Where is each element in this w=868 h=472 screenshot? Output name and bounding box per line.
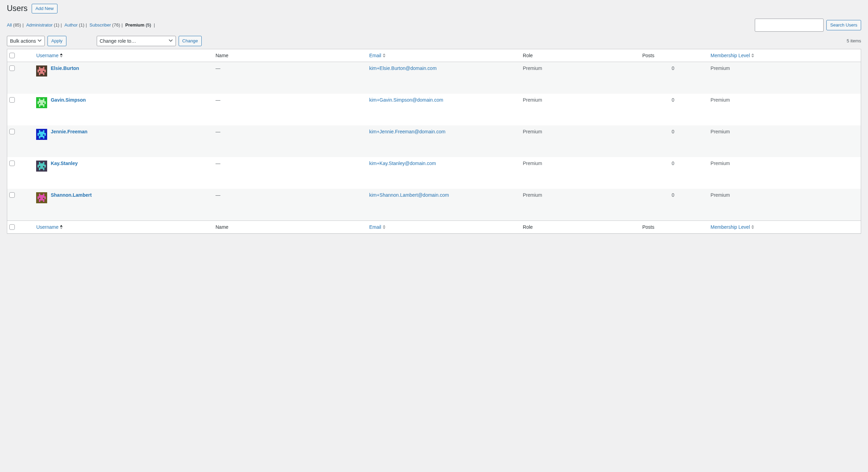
sort-icon xyxy=(751,225,754,229)
sort-username[interactable]: Username xyxy=(36,53,63,58)
users-table: Username Name Email Role Posts Membershi… xyxy=(7,49,861,234)
svg-rect-52 xyxy=(43,132,44,133)
username-link[interactable]: Elsie.Burton xyxy=(51,65,79,71)
svg-rect-34 xyxy=(43,101,44,103)
avatar xyxy=(36,65,47,76)
svg-rect-51 xyxy=(42,132,43,133)
bulk-actions-select[interactable]: Bulk actions xyxy=(7,36,45,46)
row-checkbox[interactable] xyxy=(9,192,15,198)
svg-rect-26 xyxy=(39,100,40,101)
row-checkbox[interactable] xyxy=(9,129,15,134)
avatar xyxy=(36,97,47,108)
filter-link[interactable]: Administrator (1) xyxy=(26,22,59,28)
email-link[interactable]: kim+Elsie.Burton@domain.com xyxy=(369,65,437,71)
svg-rect-107 xyxy=(42,198,43,199)
svg-rect-18 xyxy=(40,72,42,74)
svg-rect-96 xyxy=(40,195,42,196)
svg-rect-1 xyxy=(39,67,40,68)
svg-rect-73 xyxy=(40,163,42,165)
svg-rect-71 xyxy=(43,162,44,163)
svg-rect-70 xyxy=(39,162,40,163)
svg-rect-53 xyxy=(38,133,39,134)
row-checkbox[interactable] xyxy=(9,97,15,103)
select-all-bottom[interactable] xyxy=(9,224,15,230)
svg-rect-3 xyxy=(39,68,40,70)
svg-rect-95 xyxy=(39,195,40,196)
svg-rect-16 xyxy=(44,71,46,72)
svg-rect-20 xyxy=(43,72,44,74)
search-users-button[interactable]: Search Users xyxy=(826,20,861,30)
svg-rect-72 xyxy=(39,163,40,165)
membership-cell: Premium xyxy=(707,157,861,189)
row-checkbox[interactable] xyxy=(9,161,15,166)
table-row: Shannon.Lambert—kim+Shannon.Lambert@doma… xyxy=(7,189,861,220)
select-all-top[interactable] xyxy=(9,53,15,58)
posts-cell: 0 xyxy=(639,62,707,94)
username-link[interactable]: Kay.Stanley xyxy=(51,161,77,166)
svg-rect-105 xyxy=(38,198,39,199)
sort-membership-foot[interactable]: Membership Level xyxy=(711,224,754,230)
sort-username-foot[interactable]: Username xyxy=(36,224,63,230)
column-header-membership: Membership Level xyxy=(711,53,750,58)
column-header-posts: Posts xyxy=(639,49,707,62)
email-link[interactable]: kim+Kay.Stanley@domain.com xyxy=(369,161,436,166)
svg-rect-98 xyxy=(43,195,44,196)
svg-rect-6 xyxy=(43,68,44,70)
role-cell: Premium xyxy=(519,62,639,94)
svg-rect-67 xyxy=(39,137,40,138)
svg-rect-37 xyxy=(40,103,42,104)
svg-rect-50 xyxy=(40,132,42,133)
name-cell: — xyxy=(212,94,366,125)
filter-link[interactable]: Subscriber (76) xyxy=(89,22,120,28)
sort-email[interactable]: Email xyxy=(369,53,385,58)
svg-rect-2 xyxy=(43,67,44,68)
filter-link[interactable]: All (85) xyxy=(7,22,21,28)
column-header-email: Email xyxy=(369,53,381,58)
svg-rect-63 xyxy=(39,136,40,137)
sort-icon xyxy=(60,53,63,58)
column-header-username: Username xyxy=(36,53,59,58)
svg-rect-36 xyxy=(38,103,39,104)
username-link[interactable]: Gavin.Simpson xyxy=(51,97,86,103)
row-checkbox[interactable] xyxy=(9,65,15,71)
svg-rect-112 xyxy=(43,199,44,201)
svg-rect-58 xyxy=(44,133,46,134)
svg-rect-62 xyxy=(44,134,46,136)
svg-rect-100 xyxy=(39,196,40,198)
svg-rect-40 xyxy=(39,104,40,105)
email-link[interactable]: kim+Gavin.Simpson@domain.com xyxy=(369,97,443,103)
sort-icon xyxy=(60,225,63,229)
svg-rect-33 xyxy=(42,101,43,103)
svg-rect-27 xyxy=(40,100,42,101)
change-role-select[interactable]: Change role to… xyxy=(97,36,176,46)
posts-cell: 0 xyxy=(639,189,707,220)
svg-rect-82 xyxy=(38,166,39,167)
svg-rect-79 xyxy=(42,165,43,166)
svg-rect-59 xyxy=(38,134,39,136)
username-link[interactable]: Jennie.Freeman xyxy=(51,129,87,134)
filter-link[interactable]: Author (1) xyxy=(64,22,84,28)
svg-rect-64 xyxy=(40,136,42,137)
apply-button[interactable]: Apply xyxy=(47,36,66,46)
svg-rect-39 xyxy=(44,103,46,104)
sort-membership[interactable]: Membership Level xyxy=(711,53,754,58)
sort-email-foot[interactable]: Email xyxy=(369,224,385,230)
email-link[interactable]: kim+Jennie.Freeman@domain.com xyxy=(369,129,446,134)
add-new-button[interactable]: Add New xyxy=(32,4,57,13)
username-link[interactable]: Shannon.Lambert xyxy=(51,192,92,198)
svg-rect-31 xyxy=(39,101,40,103)
svg-rect-75 xyxy=(43,163,44,165)
name-cell: — xyxy=(212,189,366,220)
svg-rect-54 xyxy=(39,133,40,134)
svg-rect-30 xyxy=(38,101,39,103)
svg-rect-28 xyxy=(42,100,43,101)
email-link[interactable]: kim+Shannon.Lambert@domain.com xyxy=(369,192,449,198)
svg-rect-94 xyxy=(43,194,44,195)
avatar xyxy=(36,161,47,172)
change-button[interactable]: Change xyxy=(179,36,202,46)
svg-rect-15 xyxy=(42,71,43,72)
search-input[interactable] xyxy=(755,19,824,32)
svg-rect-24 xyxy=(39,99,40,100)
svg-rect-49 xyxy=(39,132,40,133)
svg-rect-60 xyxy=(40,134,42,136)
